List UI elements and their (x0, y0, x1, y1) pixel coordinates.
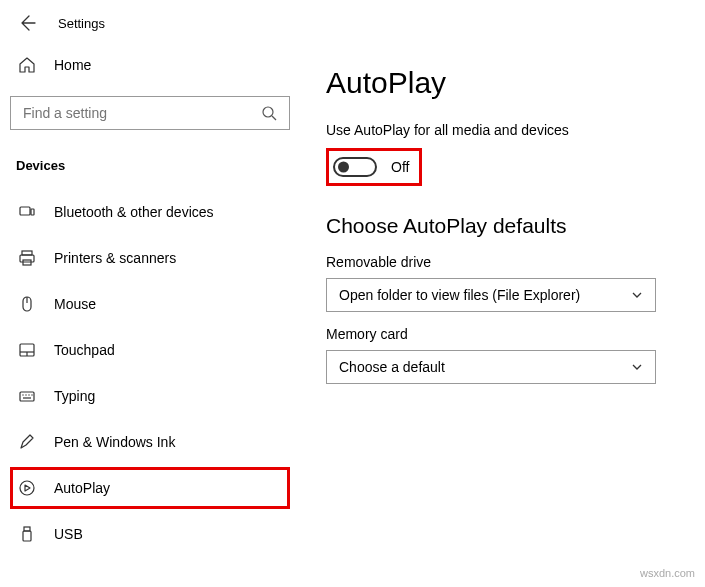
sidebar-item-label: Bluetooth & other devices (54, 204, 214, 220)
dropdown-value: Open folder to view files (File Explorer… (339, 287, 580, 303)
autoplay-icon (18, 479, 36, 497)
svg-point-0 (263, 107, 273, 117)
svg-rect-20 (23, 531, 31, 541)
sidebar-item-label: Printers & scanners (54, 250, 176, 266)
sidebar-section-title: Devices (10, 152, 290, 187)
toggle-state-label: Off (391, 159, 409, 175)
back-icon[interactable] (18, 14, 36, 32)
window-header: Settings (0, 0, 705, 46)
home-label: Home (54, 57, 91, 73)
home-icon (18, 56, 36, 74)
svg-point-16 (31, 394, 32, 395)
svg-rect-5 (20, 255, 34, 262)
toggle-description: Use AutoPlay for all media and devices (326, 122, 679, 138)
memory-card-dropdown[interactable]: Choose a default (326, 350, 656, 384)
sidebar-item-autoplay[interactable]: AutoPlay (10, 467, 290, 509)
header-title: Settings (58, 16, 105, 31)
chevron-down-icon (631, 289, 643, 301)
sidebar-item-bluetooth[interactable]: Bluetooth & other devices (10, 191, 290, 233)
dropdown-value: Choose a default (339, 359, 445, 375)
sidebar-item-usb[interactable]: USB (10, 513, 290, 555)
chevron-down-icon (631, 361, 643, 373)
autoplay-toggle-row: Off (326, 148, 422, 186)
printer-icon (18, 249, 36, 267)
sidebar: Home Devices Bluetooth & other devices P… (0, 46, 300, 587)
toggle-knob (338, 162, 349, 173)
svg-rect-3 (31, 209, 34, 215)
devices-icon (18, 203, 36, 221)
sidebar-item-label: Typing (54, 388, 95, 404)
memory-card-label: Memory card (326, 326, 679, 342)
svg-point-15 (28, 394, 29, 395)
sidebar-item-label: AutoPlay (54, 480, 110, 496)
svg-rect-12 (20, 392, 34, 401)
removable-drive-label: Removable drive (326, 254, 679, 270)
svg-point-13 (22, 394, 23, 395)
mouse-icon (18, 295, 36, 313)
sidebar-item-pen[interactable]: Pen & Windows Ink (10, 421, 290, 463)
defaults-heading: Choose AutoPlay defaults (326, 214, 679, 238)
svg-line-1 (272, 116, 276, 120)
keyboard-icon (18, 387, 36, 405)
pen-icon (18, 433, 36, 451)
sidebar-item-label: Touchpad (54, 342, 115, 358)
page-title: AutoPlay (326, 66, 679, 100)
svg-point-18 (20, 481, 34, 495)
svg-rect-2 (20, 207, 30, 215)
removable-drive-dropdown[interactable]: Open folder to view files (File Explorer… (326, 278, 656, 312)
search-icon (261, 105, 277, 121)
autoplay-toggle[interactable] (333, 157, 377, 177)
watermark: wsxdn.com (640, 567, 695, 579)
main-content: AutoPlay Use AutoPlay for all media and … (300, 46, 705, 587)
sidebar-item-label: Pen & Windows Ink (54, 434, 175, 450)
sidebar-item-typing[interactable]: Typing (10, 375, 290, 417)
sidebar-item-label: Mouse (54, 296, 96, 312)
search-field[interactable] (23, 105, 261, 121)
touchpad-icon (18, 341, 36, 359)
sidebar-item-touchpad[interactable]: Touchpad (10, 329, 290, 371)
home-nav[interactable]: Home (10, 46, 290, 84)
sidebar-item-label: USB (54, 526, 83, 542)
svg-rect-4 (22, 251, 32, 255)
svg-point-14 (25, 394, 26, 395)
search-input[interactable] (10, 96, 290, 130)
usb-icon (18, 525, 36, 543)
sidebar-item-mouse[interactable]: Mouse (10, 283, 290, 325)
sidebar-item-printers[interactable]: Printers & scanners (10, 237, 290, 279)
